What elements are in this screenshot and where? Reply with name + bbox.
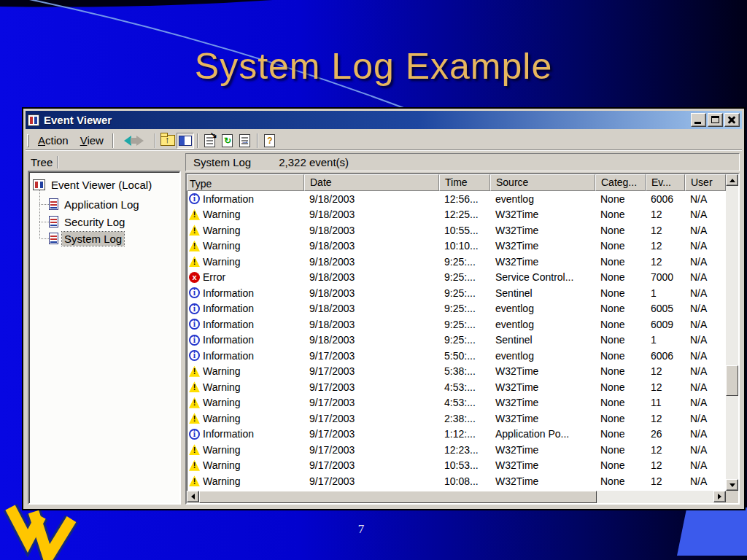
menubar-grip[interactable] [27, 134, 29, 147]
minimize-icon [694, 122, 701, 124]
maximize-button[interactable] [708, 113, 723, 127]
table-row[interactable]: !Warning 9/18/2003 10:10... W32Time None… [187, 238, 726, 254]
cell-type: Warning [203, 209, 241, 220]
back-icon [119, 136, 131, 146]
cell-source: W32Time [490, 397, 595, 408]
cell-time: 9:25:... [439, 271, 490, 283]
menu-view[interactable]: View [74, 133, 109, 148]
cell-user: N/A [685, 225, 726, 236]
table-row[interactable]: !Warning 9/17/2003 4:53:... W32Time None… [187, 395, 726, 411]
cell-time: 4:53:... [439, 381, 490, 393]
tree-item-event-viewer-local[interactable]: Event Viewer (Local) [33, 176, 154, 192]
refresh-button[interactable]: ↻ [219, 133, 236, 149]
cell-date: 9/18/2003 [304, 319, 439, 330]
table-row[interactable]: iInformation 9/18/2003 9:25:... Sentinel… [187, 332, 726, 349]
table-row[interactable]: iInformation 9/18/2003 9:25:... eventlog… [187, 301, 726, 317]
minimize-button[interactable] [691, 113, 706, 127]
page-number: 7 [343, 522, 379, 537]
column-header-time[interactable]: Time [439, 174, 490, 191]
up-one-level-button[interactable] [159, 133, 177, 149]
table-row[interactable]: iInformation 9/18/2003 9:25:... Sentinel… [187, 285, 726, 301]
tree-item-application-log[interactable]: Application Log [49, 196, 142, 212]
close-button[interactable] [724, 113, 740, 127]
table-row[interactable]: !Warning 9/17/2003 10:53... W32Time None… [187, 458, 726, 474]
vertical-scroll-thumb[interactable] [726, 365, 738, 396]
cell-event: 12 [646, 225, 685, 236]
tree-item-security-log[interactable]: Security Log [49, 214, 127, 230]
scroll-down-button[interactable] [726, 479, 738, 491]
cell-category: None [595, 428, 646, 440]
cell-user: N/A [685, 444, 726, 456]
column-header-event[interactable]: Ev... [646, 174, 685, 191]
tree-item-system-log[interactable]: System Log [49, 230, 124, 246]
forward-button[interactable] [134, 133, 152, 149]
cell-user: N/A [685, 428, 726, 440]
cell-time: 9:25:... [439, 334, 490, 346]
cell-time: 10:08... [439, 475, 490, 487]
table-row[interactable]: iInformation 9/18/2003 12:56... eventlog… [187, 191, 726, 207]
properties-button[interactable] [201, 133, 219, 149]
cell-time: 5:50:... [439, 350, 490, 362]
cell-category: None [595, 240, 646, 252]
table-row[interactable]: !Warning 9/17/2003 2:38:... W32Time None… [187, 411, 726, 427]
cell-type: Warning [203, 397, 241, 408]
vertical-scrollbar[interactable] [726, 174, 738, 491]
cell-event: 12 [646, 459, 685, 471]
cell-type: Warning [203, 444, 241, 456]
table-row[interactable]: !Warning 9/17/2003 5:38:... W32Time None… [187, 364, 726, 380]
table-row[interactable]: !Warning 9/17/2003 12:23... W32Time None… [187, 442, 726, 458]
cell-user: N/A [685, 319, 726, 330]
tab-tree[interactable]: Tree [28, 156, 57, 168]
column-header-date[interactable]: Date [304, 174, 439, 191]
cell-category: None [595, 459, 646, 471]
cell-event: 12 [646, 413, 685, 424]
horizontal-scrollbar[interactable] [187, 491, 726, 503]
cell-source: Service Control... [490, 271, 595, 283]
cell-time: 9:25:... [439, 256, 490, 268]
scroll-left-button[interactable] [187, 491, 199, 502]
table-row[interactable]: !Warning 9/18/2003 9:25:... W32Time None… [187, 254, 726, 270]
table-row[interactable]: iInformation 9/18/2003 9:25:... eventlog… [187, 316, 726, 332]
scroll-up-button[interactable] [726, 174, 738, 186]
horizontal-scroll-thumb[interactable] [199, 491, 597, 503]
table-row[interactable]: !Warning 9/18/2003 12:25... W32Time None… [187, 207, 726, 223]
log-book-icon [49, 198, 58, 210]
cell-category: None [595, 475, 646, 487]
cell-event: 6006 [646, 350, 685, 362]
cell-date: 9/18/2003 [304, 240, 439, 252]
scroll-track[interactable] [597, 491, 713, 503]
wvu-flying-wv-logo [3, 503, 79, 560]
cell-category: None [595, 381, 646, 393]
maximize-icon [711, 116, 719, 123]
column-header-category[interactable]: Categ... [595, 174, 646, 191]
window-titlebar[interactable]: Event Viewer [26, 111, 742, 129]
table-row[interactable]: xError 9/18/2003 9:25:... Service Contro… [187, 270, 726, 286]
cell-type: Error [203, 271, 225, 283]
cell-user: N/A [685, 350, 726, 362]
table-row[interactable]: iInformation 9/17/2003 1:12:... Applicat… [187, 427, 726, 443]
column-header-type[interactable]: Type [187, 174, 304, 191]
cell-user: N/A [685, 303, 726, 314]
help-button[interactable]: ? [261, 133, 279, 149]
column-header-source[interactable]: Source [490, 174, 595, 191]
table-row[interactable]: !Warning 9/17/2003 4:53:... W32Time None… [187, 379, 726, 395]
tree-connector [39, 222, 49, 222]
event-viewer-window: Event Viewer Action View ↻ → ? Tree [22, 107, 746, 510]
cell-event: 6005 [646, 303, 685, 314]
column-header-user[interactable]: User [685, 174, 726, 191]
tree-tab-row: Tree [28, 153, 181, 171]
show-hide-tree-button[interactable] [177, 133, 194, 149]
cell-user: N/A [685, 459, 726, 471]
cell-type: Warning [203, 459, 241, 471]
table-row[interactable]: !Warning 9/17/2003 10:08... W32Time None… [187, 473, 726, 489]
cell-date: 9/17/2003 [304, 350, 439, 362]
table-row[interactable]: iInformation 9/17/2003 5:50:... eventlog… [187, 348, 726, 364]
table-row[interactable]: !Warning 9/18/2003 10:55... W32Time None… [187, 222, 726, 238]
event-type-icon: x [189, 272, 200, 283]
cell-date: 9/17/2003 [304, 381, 439, 393]
cell-source: W32Time [490, 256, 595, 268]
export-list-button[interactable]: → [236, 133, 254, 149]
menu-action[interactable]: Action [32, 133, 74, 148]
cell-event: 12 [646, 365, 685, 377]
scroll-right-button[interactable] [713, 491, 726, 502]
